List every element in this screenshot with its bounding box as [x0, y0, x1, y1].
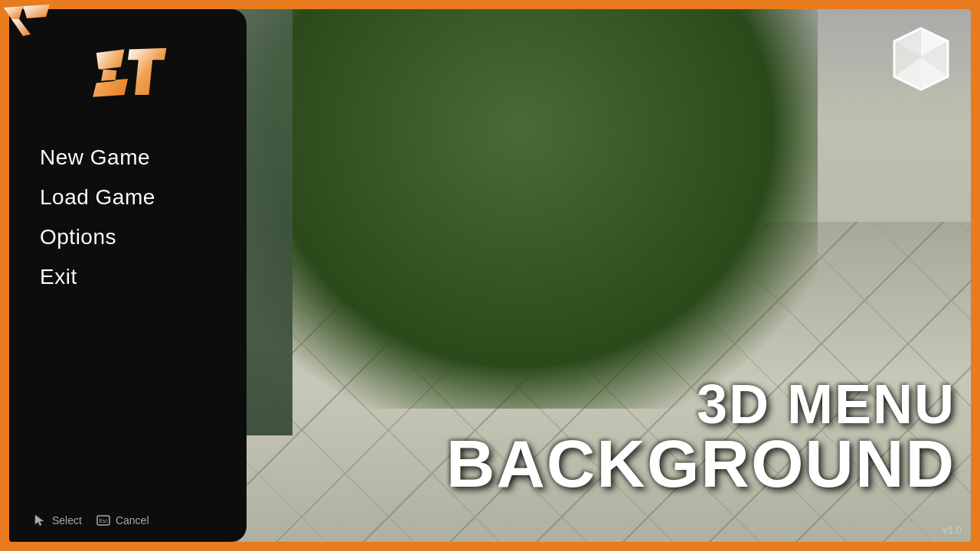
bottom-controls: Select Esc Cancel: [24, 499, 231, 527]
scene-content: 3D MENU BACKGROUND v1.0: [247, 9, 971, 542]
cursor-icon: [32, 514, 47, 527]
title-line1: 3D MENU: [262, 377, 956, 432]
overlay-text: 3D MENU BACKGROUND: [262, 377, 956, 496]
svg-marker-1: [11, 19, 31, 36]
menu-items-list: New Game Load Game Options Exit: [24, 139, 231, 499]
select-label: Select: [52, 514, 82, 527]
st-logo: [86, 40, 170, 101]
outer-frame: New Game Load Game Options Exit Select: [0, 0, 980, 551]
version-text: v1.0: [942, 524, 962, 536]
title-line2: BACKGROUND: [262, 432, 956, 496]
select-control: Select: [32, 514, 82, 527]
menu-item-load-game[interactable]: Load Game: [40, 179, 231, 216]
svg-marker-2: [23, 5, 50, 18]
menu-item-exit[interactable]: Exit: [40, 259, 231, 295]
st-watermark: [0, 0, 54, 42]
svg-marker-0: [4, 6, 23, 19]
menu-item-new-game[interactable]: New Game: [40, 139, 231, 176]
menu-panel: New Game Load Game Options Exit Select: [9, 9, 247, 542]
unity-logo: [887, 24, 956, 93]
main-content: New Game Load Game Options Exit Select: [9, 9, 971, 542]
unity-logo-container: [887, 24, 956, 96]
svg-marker-3: [35, 515, 44, 526]
cancel-icon: Esc: [96, 514, 111, 527]
menu-item-options[interactable]: Options: [40, 219, 231, 256]
svg-text:Esc: Esc: [99, 518, 108, 523]
cancel-control: Esc Cancel: [96, 514, 149, 527]
logo-container: [82, 32, 174, 109]
cancel-label: Cancel: [116, 514, 149, 527]
